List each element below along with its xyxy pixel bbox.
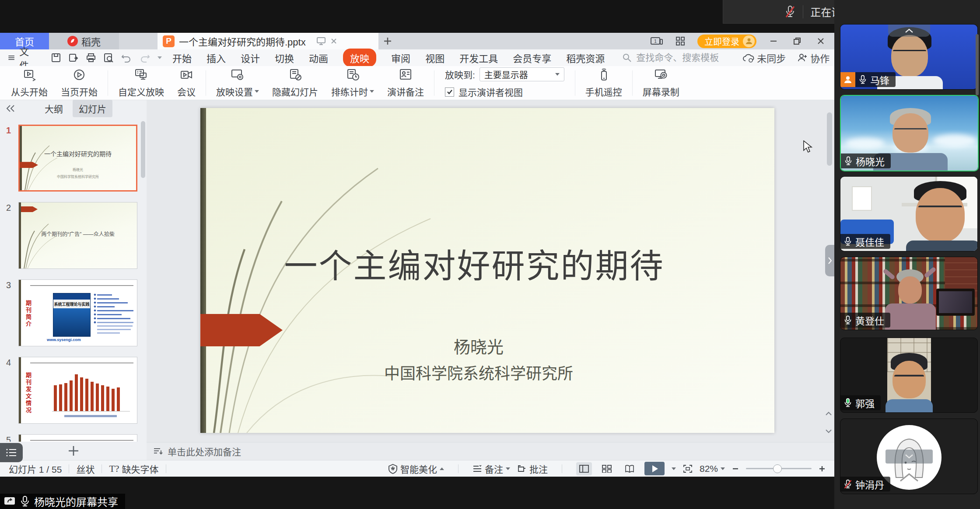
zoom-slider[interactable] <box>746 468 812 469</box>
speaker-notes-button[interactable]: 演讲备注 <box>381 68 430 98</box>
slide-canvas[interactable]: 一个主编对好研究的期待 杨晓光 中国科学院系统科学研究所 <box>200 108 774 433</box>
status-bar: 幻灯片 1 / 55 丝状 T? 缺失字体 智能美化 备注 批注 <box>0 460 834 477</box>
menu-review[interactable]: 审阅 <box>391 51 410 65</box>
phone-remote-button[interactable]: 手机遥控 <box>579 68 629 98</box>
menu-start[interactable]: 开始 <box>172 51 192 65</box>
participant-tile-huangdengshi[interactable]: 黄登仕 <box>840 257 978 330</box>
tab-slides[interactable]: 幻灯片 <box>73 100 112 117</box>
slideshow-play-button[interactable] <box>644 462 665 475</box>
zoom-out-button[interactable] <box>732 465 739 472</box>
arm <box>924 267 936 279</box>
sidebar-scrollbar[interactable] <box>976 34 979 95</box>
scroll-down-icon[interactable] <box>825 429 833 434</box>
participant-name: 郭强 <box>855 396 875 410</box>
fit-zoom-button[interactable] <box>683 464 693 473</box>
slide-list-float-button[interactable] <box>0 443 23 462</box>
menu-docer-resources[interactable]: 稻壳资源 <box>566 51 605 65</box>
sync-status[interactable]: 未同步 <box>742 51 786 65</box>
undo-icon[interactable] <box>121 53 132 63</box>
switch-window-icon[interactable]: 1 <box>650 35 663 48</box>
close-window-button[interactable] <box>814 35 827 48</box>
menu-design[interactable]: 设计 <box>241 51 260 65</box>
participant-tile-zhongjuandan[interactable]: 钟涓丹 <box>840 418 978 494</box>
play-options-caret[interactable] <box>672 467 676 470</box>
panel-scrollbar[interactable] <box>141 121 145 178</box>
slide-thumbnail-4[interactable]: 4 期刊发文情况 <box>18 357 137 424</box>
tab-outline[interactable]: 大纲 <box>45 102 63 115</box>
slide-sorter-view-button[interactable] <box>599 462 615 475</box>
collapse-tiles-button[interactable] <box>888 24 930 37</box>
collapse-panel-icon[interactable] <box>5 104 16 113</box>
rehearse-timing-button[interactable]: 排练计时 <box>325 68 381 98</box>
scroll-up-icon[interactable] <box>825 411 833 416</box>
mini-chart-bar <box>96 383 99 411</box>
menu-view[interactable]: 视图 <box>425 51 444 65</box>
participant-tile-guoqiang[interactable]: 郭强 <box>840 338 978 413</box>
participant-tile-mafeng[interactable]: 马锋 <box>840 24 978 90</box>
minimize-button[interactable] <box>767 35 780 48</box>
presenter-view-checkbox[interactable] <box>445 87 454 97</box>
zoom-in-button[interactable] <box>819 465 826 472</box>
zoom-level[interactable]: 82% <box>700 464 725 474</box>
zoom-slider-thumb[interactable] <box>773 464 782 473</box>
collaborate-button[interactable]: 协作 <box>797 51 830 65</box>
document-scrollbar[interactable] <box>827 112 832 166</box>
screen-record-button[interactable]: 屏幕录制 <box>636 68 686 98</box>
menu-insert[interactable]: 插入 <box>206 51 226 65</box>
document-area: 一个主编对好研究的期待 杨晓光 中国科学院系统科学研究所 <box>147 100 834 443</box>
tab-presentation-file[interactable]: P 一个主编对好研究的期待.pptx <box>158 33 378 49</box>
reading-view-button[interactable] <box>622 462 637 475</box>
slide-thumbnail-2[interactable]: 2 两个期刊的“广告” ——众人拾柴 <box>18 202 137 269</box>
save-icon[interactable] <box>51 52 61 63</box>
menu-slideshow[interactable]: 放映 <box>343 49 376 67</box>
journal-cover: 系统工程理论与实践 <box>53 293 91 337</box>
export-icon[interactable] <box>68 52 79 63</box>
new-tab-button[interactable] <box>378 33 397 49</box>
participant-tile-yangxiaoguang[interactable]: 杨晓光 <box>840 95 979 171</box>
menu-transition[interactable]: 切换 <box>275 51 294 65</box>
mic-speaking-icon <box>844 398 852 408</box>
slide-thumbnail-3[interactable]: 3 期刊简介 系统工程理论与实践 www.sysengi.com <box>18 279 137 346</box>
notes-toggle-button[interactable]: 备注 <box>472 462 510 475</box>
hide-slide-button[interactable]: 隐藏幻灯片 <box>266 68 325 98</box>
file-tab-label: 一个主编对好研究的期待.pptx <box>179 34 306 48</box>
print-preview-icon[interactable] <box>103 52 114 63</box>
login-button[interactable]: 立即登录 <box>697 35 756 48</box>
play-from-start-button[interactable]: 从头开始 <box>4 68 54 98</box>
search-input[interactable] <box>635 52 742 63</box>
comments-button[interactable]: 批注 <box>517 462 548 475</box>
mini-chart-bar <box>70 380 73 411</box>
theme-name[interactable]: 丝状 <box>76 462 94 475</box>
divider <box>575 70 575 96</box>
smart-beautify-button[interactable]: 智能美化 <box>388 462 444 475</box>
notes-bar[interactable]: 单击此处添加备注 <box>147 442 834 460</box>
display-target-dropdown[interactable]: 主要显示器 <box>480 67 564 81</box>
command-search[interactable] <box>622 52 742 63</box>
close-tab-icon[interactable] <box>330 38 337 45</box>
workspace-grid-icon[interactable] <box>674 35 687 48</box>
show-settings-button[interactable]: 放映设置 <box>210 68 266 98</box>
expand-tiles-button[interactable] <box>886 450 933 464</box>
menu-animation[interactable]: 动画 <box>309 51 328 65</box>
dropdown-caret <box>721 467 725 470</box>
sidebar-expand-handle[interactable] <box>825 245 834 276</box>
slide-thumbnail-5[interactable]: 5 <box>18 434 137 442</box>
slide-thumbnail-1[interactable]: 1 一个主编对好研究的期待 杨晓光 中国科学院系统科学研究所 <box>18 125 137 192</box>
meeting-button[interactable]: 会议 <box>171 68 202 98</box>
mini-slide-3: 期刊简介 系统工程理论与实践 www.sysengi.com <box>19 280 137 346</box>
normal-view-button[interactable] <box>576 462 592 475</box>
menu-devtools[interactable]: 开发工具 <box>459 51 498 65</box>
tab-docer[interactable]: 稻壳 <box>49 33 119 49</box>
mini-chart-bar <box>101 385 104 411</box>
add-slide-button[interactable] <box>67 444 80 457</box>
restore-button[interactable] <box>791 35 804 48</box>
menu-membership[interactable]: 会员专享 <box>513 51 551 65</box>
host-badge-icon <box>840 72 855 87</box>
play-from-current-button[interactable]: 当页开始 <box>54 68 104 98</box>
custom-show-button[interactable]: 自定义放映 <box>112 68 171 98</box>
missing-font-indicator[interactable]: T? 缺失字体 <box>109 462 158 475</box>
quick-access-caret[interactable] <box>158 56 162 59</box>
print-icon[interactable] <box>86 52 96 63</box>
participant-tile-niejiajia[interactable]: 聂佳佳 <box>840 176 978 251</box>
redo-icon[interactable] <box>139 53 150 63</box>
